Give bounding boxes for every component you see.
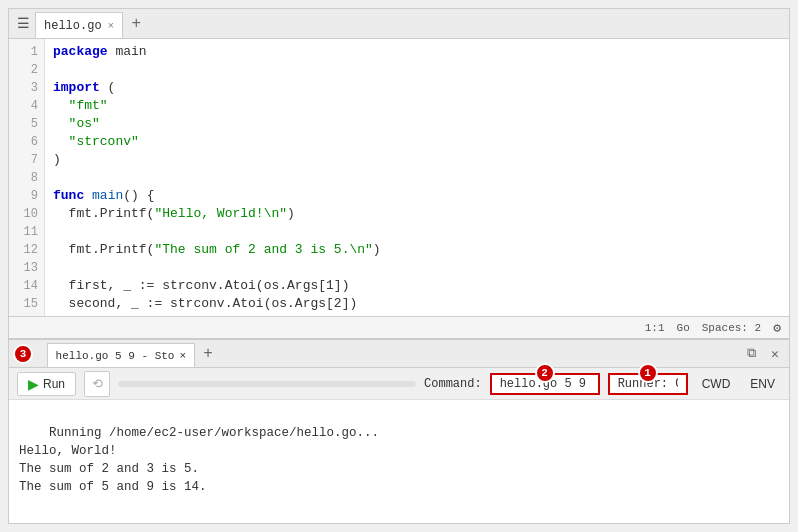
terminal-tab-close[interactable]: × [179,350,186,362]
editor-panel: ☰ hello.go × + 1 2 3 4 5 6 7 8 9 10 11 1… [8,8,790,339]
terminal-tab-add[interactable]: + [197,343,219,365]
code-editor[interactable]: package main import ( "fmt" "os" "strcon… [45,39,789,316]
cursor-position: 1:1 [645,322,665,334]
env-button[interactable]: ENV [744,375,781,393]
terminal-tab-label: hello.go 5 9 - Sto [56,350,175,362]
output-line-2: Hello, World! [19,444,117,458]
settings-icon[interactable]: ⚙ [773,320,781,336]
output-line-1: Running /home/ec2-user/workspace/hello.g… [49,426,379,440]
editor-tab-close[interactable]: × [108,20,115,32]
indent-indicator: Spaces: 2 [702,322,761,334]
editor-status-bar: 1:1 Go Spaces: 2 ⚙ [9,316,789,338]
terminal-panel: 3 hello.go 5 9 - Sto × + ⧉ ✕ ▶ Run ⟲ Com… [8,339,790,524]
editor-tab-label: hello.go [44,19,102,33]
terminal-tab-bar: 3 hello.go 5 9 - Sto × + ⧉ ✕ [9,340,789,368]
editor-tab-bar: ☰ hello.go × + [9,9,789,39]
editor-tab-add[interactable]: + [125,13,147,35]
cwd-button[interactable]: CWD [696,375,737,393]
language-indicator: Go [677,322,690,334]
output-line-3: The sum of 2 and 3 is 5. [19,462,199,476]
terminal-output: Running /home/ec2-user/workspace/hello.g… [9,400,789,523]
code-area: 1 2 3 4 5 6 7 8 9 10 11 12 13 14 15 16 1… [9,39,789,316]
stop-button[interactable]: ⟲ [84,371,110,397]
command-label: Command: [424,377,482,391]
terminal-tab-hello[interactable]: hello.go 5 9 - Sto × [47,343,195,367]
annotation-badge-2: 2 [535,363,555,383]
play-icon: ▶ [28,376,39,392]
terminal-close-icon[interactable]: ✕ [765,344,785,364]
line-numbers: 1 2 3 4 5 6 7 8 9 10 11 12 13 14 15 16 1… [9,39,45,316]
annotation-badge-3: 3 [13,344,33,364]
terminal-toolbar: ▶ Run ⟲ Command: 2 1 CWD ENV [9,368,789,400]
output-line-4: The sum of 5 and 9 is 14. [19,480,207,494]
run-label: Run [43,377,65,391]
run-button[interactable]: ▶ Run [17,372,76,396]
terminal-copy-icon[interactable]: ⧉ [741,344,761,364]
terminal-actions: ⧉ ✕ [741,344,785,364]
annotation-badge-1: 1 [638,363,658,383]
progress-bar [118,381,416,387]
editor-menu-icon[interactable]: ☰ [13,14,33,34]
editor-tab-hello-go[interactable]: hello.go × [35,12,123,38]
